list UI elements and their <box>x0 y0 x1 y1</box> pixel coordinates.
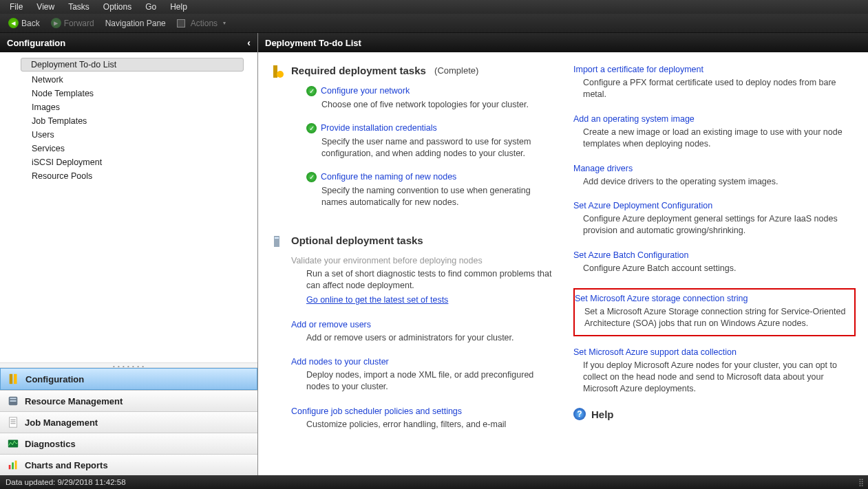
desc-add-nodes: Deploy nodes, import a node XML file, or… <box>291 369 553 393</box>
nav-diagnostics-label: Diagnostics <box>25 439 76 449</box>
highlighted-task-box: Set Microsoft Azure storage connection s… <box>573 288 856 336</box>
collapse-left-icon[interactable]: ‹ <box>247 37 251 48</box>
status-text: Data updated: 9/29/2018 11:42:58 <box>6 478 126 486</box>
actions-button[interactable]: Actions ▾ <box>173 17 230 30</box>
link-azure-batch-config[interactable]: Set Azure Batch Configuration <box>573 250 856 260</box>
svg-rect-16 <box>275 237 279 239</box>
required-status: (Complete) <box>434 65 478 76</box>
task-job-scheduler: Configure job scheduler policies and set… <box>291 406 553 431</box>
svg-point-14 <box>277 71 284 78</box>
task-validate-env: Validate your environment before deployi… <box>291 256 553 306</box>
right-panel-title: Deployment To-do List <box>265 38 361 48</box>
optional-heading: Optional deployment tasks <box>291 235 553 246</box>
desc-azure-deploy-config: Configure Azure deployment general setti… <box>573 213 856 237</box>
link-add-os-image[interactable]: Add an operating system image <box>573 114 856 124</box>
desc-validate-env: Run a set of short diagnostic tests to f… <box>291 268 553 292</box>
link-azure-support-data[interactable]: Set Microsoft Azure support data collect… <box>573 347 856 357</box>
navigation-pane-button[interactable]: Navigation Pane <box>101 17 170 30</box>
right-panel-header: Deployment To-do List <box>258 33 868 52</box>
desc-manage-drivers: Add device drivers to the operating syst… <box>573 176 856 188</box>
status-bar: Data updated: 9/29/2018 11:42:58 ⣿ <box>0 475 868 489</box>
left-panel: Configuration ‹ Deployment To-do List Ne… <box>0 33 258 475</box>
desc-configure-network: Choose one of five network topologies fo… <box>321 99 553 111</box>
svg-rect-3 <box>10 398 17 400</box>
tree-network[interactable]: Network <box>0 73 257 87</box>
nav-resource-management[interactable]: Resource Management <box>0 390 257 411</box>
tree-images[interactable]: Images <box>0 100 257 114</box>
desc-azure-storage-string: Set a Microsoft Azure Storage connection… <box>575 306 849 329</box>
nav-charts-reports[interactable]: Charts and Reports <box>0 454 257 475</box>
toolbar: ◄ Back ► Forward Navigation Pane Actions… <box>0 14 868 33</box>
desc-add-users: Add or remove users or administrators fo… <box>291 332 553 344</box>
menu-help[interactable]: Help <box>163 1 194 13</box>
task-azure-storage-string: Set Microsoft Azure storage connection s… <box>575 294 849 329</box>
forward-arrow-icon: ► <box>51 18 61 28</box>
link-azure-storage-string[interactable]: Set Microsoft Azure storage connection s… <box>575 294 849 303</box>
link-add-nodes[interactable]: Add nodes to your cluster <box>291 357 553 367</box>
configuration-tree: Deployment To-do List Network Node Templ… <box>0 52 257 362</box>
actions-label: Actions <box>191 19 218 28</box>
tree-node-templates[interactable]: Node Templates <box>0 87 257 100</box>
link-naming-nodes[interactable]: Configure the naming of new nodes <box>321 172 456 182</box>
check-icon: ✓ <box>306 123 317 133</box>
title-validate-env: Validate your environment before deployi… <box>291 256 553 265</box>
left-panel-title: Configuration <box>7 38 65 48</box>
checkbox-icon <box>177 19 185 28</box>
required-heading: Required deployment tasks (Complete) <box>291 65 553 76</box>
link-import-cert[interactable]: Import a certificate for deployment <box>573 65 856 74</box>
chart-icon <box>7 459 19 471</box>
tree-services[interactable]: Services <box>0 142 257 155</box>
check-icon: ✓ <box>306 86 317 96</box>
menu-go[interactable]: Go <box>138 1 163 13</box>
tree-users[interactable]: Users <box>0 128 257 142</box>
link-latest-tests[interactable]: Go online to get the latest set of tests <box>306 295 448 305</box>
link-install-creds[interactable]: Provide installation credentials <box>321 123 437 133</box>
desc-install-creds: Specify the user name and password to us… <box>321 136 553 160</box>
menu-bar: File View Tasks Options Go Help <box>0 0 868 14</box>
link-add-users[interactable]: Add or remove users <box>291 320 553 329</box>
nav-configuration-label: Configuration <box>25 374 84 384</box>
link-azure-deploy-config[interactable]: Set Azure Deployment Configuration <box>573 201 856 210</box>
content-scroll[interactable]: Required deployment tasks (Complete) ✓Co… <box>258 52 868 475</box>
forward-button[interactable]: ► Forward <box>47 17 98 30</box>
svg-rect-0 <box>10 374 13 384</box>
tree-job-templates[interactable]: Job Templates <box>0 114 257 128</box>
svg-rect-12 <box>15 461 17 470</box>
menu-view[interactable]: View <box>30 1 61 13</box>
menu-options[interactable]: Options <box>96 1 138 13</box>
tree-resource-pools[interactable]: Resource Pools <box>0 169 257 183</box>
check-icon: ✓ <box>306 172 317 182</box>
desc-naming-nodes: Specify the naming convention to use whe… <box>321 185 553 208</box>
diagnostics-icon <box>7 437 19 450</box>
task-configure-network: ✓Configure your network Choose one of fi… <box>306 86 553 111</box>
menu-tasks[interactable]: Tasks <box>61 1 96 13</box>
back-label: Back <box>21 19 40 28</box>
link-manage-drivers[interactable]: Manage drivers <box>573 164 856 173</box>
nav-job-management[interactable]: Job Management <box>0 411 257 433</box>
nav-charts-label: Charts and Reports <box>25 460 108 470</box>
content-column-1: Required deployment tasks (Complete) ✓Co… <box>271 65 553 444</box>
svg-rect-11 <box>12 462 14 469</box>
svg-rect-4 <box>10 400 17 402</box>
link-job-scheduler[interactable]: Configure job scheduler policies and set… <box>291 406 553 416</box>
content-column-2: Import a certificate for deployment Conf… <box>573 65 856 444</box>
back-button[interactable]: ◄ Back <box>4 17 44 30</box>
forward-label: Forward <box>64 19 94 28</box>
nav-diagnostics[interactable]: Diagnostics <box>0 433 257 454</box>
task-naming-nodes: ✓Configure the naming of new nodes Speci… <box>306 172 553 208</box>
required-tasks-icon <box>271 65 284 78</box>
svg-rect-10 <box>9 465 11 469</box>
tree-deployment-todo[interactable]: Deployment To-do List <box>21 58 244 72</box>
nav-configuration[interactable]: Configuration <box>0 368 257 390</box>
link-configure-network[interactable]: Configure your network <box>321 86 410 96</box>
splitter-grip[interactable]: • • • • • • • <box>0 362 257 368</box>
menu-file[interactable]: File <box>3 1 30 13</box>
help-heading-text: Help <box>591 409 614 420</box>
task-add-users: Add or remove users Add or remove users … <box>291 320 553 344</box>
resize-grip-icon[interactable]: ⣿ <box>858 478 862 487</box>
left-panel-header: Configuration ‹ <box>0 33 257 52</box>
svg-rect-5 <box>10 417 17 427</box>
desc-job-scheduler: Customize policies, error handling, filt… <box>291 419 553 431</box>
task-install-creds: ✓Provide installation credentials Specif… <box>306 123 553 160</box>
tree-iscsi[interactable]: iSCSI Deployment <box>0 155 257 169</box>
